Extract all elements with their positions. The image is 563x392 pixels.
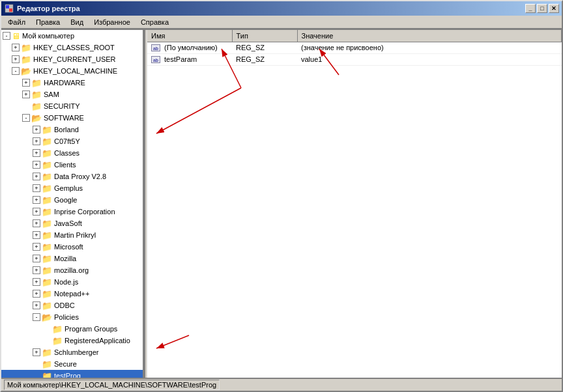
tree-row-registeredapp[interactable]: 📁 RegisteredApplicatio [1, 335, 143, 346]
label-mozilla: Mozilla [54, 255, 76, 262]
expand-hkcu[interactable]: + [12, 55, 20, 63]
tree-row-software[interactable]: - 📂 SOFTWARE [1, 112, 143, 124]
tree-row-notepadpp[interactable]: + 📁 Notepad++ [1, 288, 143, 300]
tree-row-martin[interactable]: + 📁 Martin Prikryl [1, 229, 143, 241]
folder-icon-dataproxy: 📁 [42, 172, 52, 182]
tree-row-root[interactable]: - 🖥 Мой компьютер [1, 30, 143, 42]
status-path: Мой компьютер\HKEY_LOCAL_MACHINE\SOFTWAR… [4, 380, 220, 390]
tree-root-node: - 🖥 Мой компьютер + 📁 HKEY_CLASSES_ROOT … [1, 30, 143, 378]
folder-icon-javasoft: 📁 [42, 219, 52, 229]
expand-gemplus[interactable]: + [33, 184, 40, 192]
tree-row-hardware[interactable]: + 📁 HARDWARE [1, 77, 143, 89]
tree-row-hkcu[interactable]: + 📁 HKEY_CURRENT_USER [1, 53, 143, 65]
tree-row-inprise[interactable]: + 📁 Inprise Corporation [1, 206, 143, 217]
folder-icon-odbc: 📁 [42, 301, 52, 311]
tree-row-secure[interactable]: 📁 Secure [1, 358, 143, 370]
annotations [147, 36, 437, 374]
right-panel: Имя Тип Значение ab (По умолчанию) REG_S… [147, 30, 562, 378]
expand-hkcr[interactable]: + [12, 44, 20, 51]
table-row[interactable]: ab (По умолчанию) REG_SZ (значение не пр… [147, 42, 562, 53]
tree-row-sam[interactable]: + 📁 SAM [1, 89, 143, 100]
title-bar: Редактор реестра _ □ ✕ [1, 1, 562, 16]
table-row[interactable]: ab testParam REG_SZ value1 [147, 53, 562, 65]
menu-favorites[interactable]: Избранное [89, 17, 136, 27]
status-bar: Мой компьютер\HKEY_LOCAL_MACHINE\SOFTWAR… [1, 378, 562, 391]
close-button[interactable]: ✕ [549, 4, 559, 13]
tree-row-c07ft5y[interactable]: + 📁 C07ft5Y [1, 135, 143, 147]
expand-schlumberger[interactable]: + [33, 348, 40, 356]
tree-row-security[interactable]: 📁 SECURITY [1, 100, 143, 112]
expand-dataproxy[interactable]: + [33, 173, 40, 180]
tree-row-hklm[interactable]: - 📂 HKEY_LOCAL_MACHINE [1, 65, 143, 77]
col-header-value[interactable]: Значение [297, 30, 562, 42]
folder-icon-programgroups: 📁 [52, 324, 63, 334]
expand-hardware[interactable]: + [22, 79, 30, 87]
tree-row-policies[interactable]: - 📂 Policies [1, 311, 143, 323]
tree-row-javasoft[interactable]: + 📁 JavaSoft [1, 217, 143, 229]
tree-row-classes[interactable]: + 📁 Classes [1, 147, 143, 159]
expand-hklm[interactable]: - [12, 67, 20, 75]
expand-nodejs[interactable]: + [33, 278, 40, 286]
menu-file[interactable]: Файл [3, 17, 31, 27]
tree-row-programgroups[interactable]: 📁 Program Groups [1, 323, 143, 335]
tree-row-hkcr[interactable]: + 📁 HKEY_CLASSES_ROOT [1, 42, 143, 53]
label-nodejs: Node.js [54, 278, 78, 286]
menu-edit[interactable]: Правка [31, 17, 65, 27]
col-header-type[interactable]: Тип [232, 30, 297, 42]
tree-row-clients[interactable]: + 📁 Clients [1, 159, 143, 171]
expand-software[interactable]: - [22, 114, 30, 122]
maximize-button[interactable]: □ [537, 4, 547, 13]
expand-martin[interactable]: + [33, 231, 40, 239]
folder-icon-policies: 📂 [42, 313, 52, 322]
label-classes: Classes [54, 149, 79, 157]
tree-row-mozillaorg[interactable]: + 📁 mozilla.org [1, 264, 143, 276]
reg-icon-testparam: ab [151, 56, 160, 63]
expand-clients[interactable]: + [33, 161, 40, 169]
label-security: SECURITY [44, 102, 80, 110]
expand-inprise[interactable]: + [33, 208, 40, 216]
reg-name-testparam: ab testParam [147, 53, 232, 65]
expand-odbc[interactable]: + [33, 301, 40, 309]
folder-icon-gemplus: 📁 [42, 184, 52, 193]
reg-type-testparam: REG_SZ [232, 53, 297, 65]
expand-mozilla[interactable]: + [33, 255, 40, 262]
root-label: Мой компьютер [22, 32, 74, 40]
tree-row-testprog[interactable]: 📁 testProg [1, 370, 143, 378]
expand-classes[interactable]: + [33, 149, 40, 157]
reg-type-default: REG_SZ [232, 42, 297, 53]
spacer-registeredapp [43, 337, 51, 344]
folder-icon-secure: 📁 [42, 359, 52, 369]
tree-row-dataproxy[interactable]: + 📁 Data Proxy V2.8 [1, 171, 143, 182]
tree-row-mozilla[interactable]: + 📁 Mozilla [1, 253, 143, 264]
label-hardware: HARDWARE [44, 79, 85, 87]
tree-row-odbc[interactable]: + 📁 ODBC [1, 300, 143, 311]
expand-sam[interactable]: + [22, 91, 30, 98]
tree-row-schlumberger[interactable]: + 📁 Schlumberger [1, 346, 143, 358]
col-header-name[interactable]: Имя [147, 30, 232, 42]
minimize-button[interactable]: _ [525, 4, 536, 13]
folder-icon-inprise: 📁 [42, 207, 52, 217]
label-policies: Policies [54, 313, 79, 321]
tree-row-nodejs[interactable]: + 📁 Node.js [1, 276, 143, 288]
expand-root[interactable]: - [3, 32, 10, 40]
menu-view[interactable]: Вид [65, 17, 89, 27]
expand-google[interactable]: + [33, 196, 40, 204]
tree-row-microsoft[interactable]: + 📁 Microsoft [1, 241, 143, 253]
expand-microsoft[interactable]: + [33, 243, 40, 251]
expand-notepadpp[interactable]: + [33, 290, 40, 298]
menu-help[interactable]: Справка [136, 17, 174, 27]
expand-c07ft5y[interactable]: + [33, 137, 40, 145]
expand-borland[interactable]: + [33, 126, 40, 133]
expand-javasoft[interactable]: + [33, 219, 40, 227]
folder-icon-classes: 📁 [42, 148, 52, 158]
expand-policies[interactable]: - [33, 313, 40, 321]
tree-panel[interactable]: - 🖥 Мой компьютер + 📁 HKEY_CLASSES_ROOT … [1, 30, 145, 378]
tree-row-google[interactable]: + 📁 Google [1, 194, 143, 206]
tree-row-gemplus[interactable]: + 📁 Gemplus [1, 182, 143, 194]
folder-icon-microsoft: 📁 [42, 242, 52, 252]
main-content: - 🖥 Мой компьютер + 📁 HKEY_CLASSES_ROOT … [1, 29, 562, 378]
folder-icon-nodejs: 📁 [42, 277, 52, 287]
label-hklm: HKEY_LOCAL_MACHINE [33, 67, 117, 75]
tree-row-borland[interactable]: + 📁 Borland [1, 124, 143, 135]
expand-mozillaorg[interactable]: + [33, 266, 40, 274]
